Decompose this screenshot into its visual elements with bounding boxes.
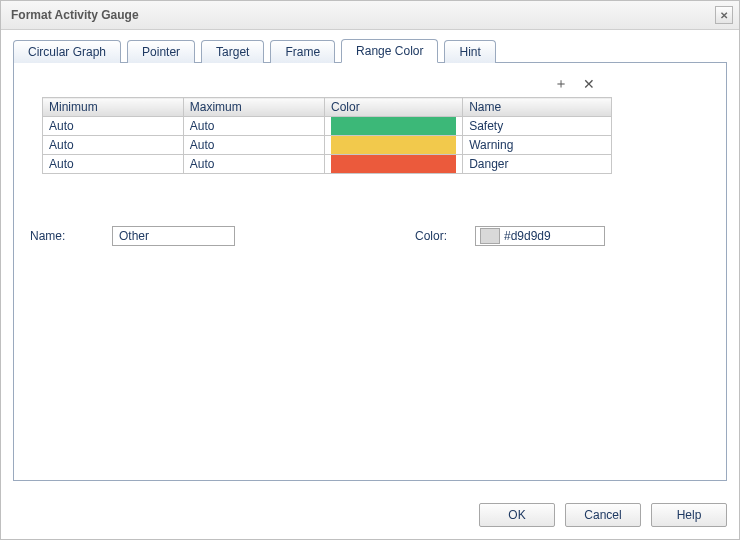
edit-row: Name: Color: #d9d9d9: [30, 226, 710, 246]
cell-maximum[interactable]: Auto: [183, 117, 324, 136]
cell-minimum[interactable]: Auto: [43, 117, 184, 136]
cell-color[interactable]: [325, 155, 463, 174]
cell-maximum[interactable]: Auto: [183, 155, 324, 174]
color-input[interactable]: #d9d9d9: [475, 226, 605, 246]
format-activity-gauge-dialog: Format Activity Gauge ✕ Circular Graph P…: [0, 0, 740, 540]
header-color[interactable]: Color: [325, 98, 463, 117]
tab-strip: Circular Graph Pointer Target Frame Rang…: [13, 38, 727, 62]
titlebar: Format Activity Gauge ✕: [1, 1, 739, 30]
header-maximum[interactable]: Maximum: [183, 98, 324, 117]
window-close-button[interactable]: ✕: [715, 6, 733, 24]
range-color-panel: ＋ ✕ Minimum Maximum Color Name: [13, 62, 727, 481]
name-input[interactable]: [112, 226, 235, 246]
dialog-body: Circular Graph Pointer Target Frame Rang…: [1, 30, 739, 491]
color-swatch: [331, 117, 456, 135]
cell-minimum[interactable]: Auto: [43, 155, 184, 174]
cell-name[interactable]: Warning: [463, 136, 612, 155]
table-row[interactable]: Auto Auto Warning: [43, 136, 612, 155]
range-table-actions: ＋ ✕: [30, 77, 710, 91]
name-label: Name:: [30, 229, 102, 243]
header-name[interactable]: Name: [463, 98, 612, 117]
tab-label: Circular Graph: [28, 45, 106, 59]
table-header-row: Minimum Maximum Color Name: [43, 98, 612, 117]
table-row[interactable]: Auto Auto Safety: [43, 117, 612, 136]
table-row[interactable]: Auto Auto Danger: [43, 155, 612, 174]
tab-label: Target: [216, 45, 249, 59]
tab-frame[interactable]: Frame: [270, 40, 335, 63]
color-label: Color:: [415, 229, 465, 243]
tab-label: Pointer: [142, 45, 180, 59]
tab-label: Range Color: [356, 44, 423, 58]
help-button[interactable]: Help: [651, 503, 727, 527]
cell-color[interactable]: [325, 117, 463, 136]
window-title: Format Activity Gauge: [11, 8, 139, 22]
tab-circular-graph[interactable]: Circular Graph: [13, 40, 121, 63]
cancel-button[interactable]: Cancel: [565, 503, 641, 527]
cell-maximum[interactable]: Auto: [183, 136, 324, 155]
tab-hint[interactable]: Hint: [444, 40, 495, 63]
remove-range-button[interactable]: ✕: [582, 77, 596, 91]
cell-minimum[interactable]: Auto: [43, 136, 184, 155]
color-swatch-icon: [480, 228, 500, 244]
tab-range-color[interactable]: Range Color: [341, 39, 438, 63]
ok-button[interactable]: OK: [479, 503, 555, 527]
close-icon: ✕: [720, 10, 728, 21]
cell-name[interactable]: Safety: [463, 117, 612, 136]
range-table: Minimum Maximum Color Name Auto Auto Saf…: [42, 97, 612, 174]
tab-pointer[interactable]: Pointer: [127, 40, 195, 63]
color-swatch: [331, 136, 456, 154]
plus-icon: ＋: [554, 75, 568, 93]
dialog-button-bar: OK Cancel Help: [1, 491, 739, 539]
tab-label: Hint: [459, 45, 480, 59]
tab-target[interactable]: Target: [201, 40, 264, 63]
color-hex-value: #d9d9d9: [504, 229, 551, 243]
add-range-button[interactable]: ＋: [554, 77, 568, 91]
header-minimum[interactable]: Minimum: [43, 98, 184, 117]
cell-name[interactable]: Danger: [463, 155, 612, 174]
cell-color[interactable]: [325, 136, 463, 155]
tab-label: Frame: [285, 45, 320, 59]
x-icon: ✕: [583, 76, 595, 92]
color-swatch: [331, 155, 456, 173]
